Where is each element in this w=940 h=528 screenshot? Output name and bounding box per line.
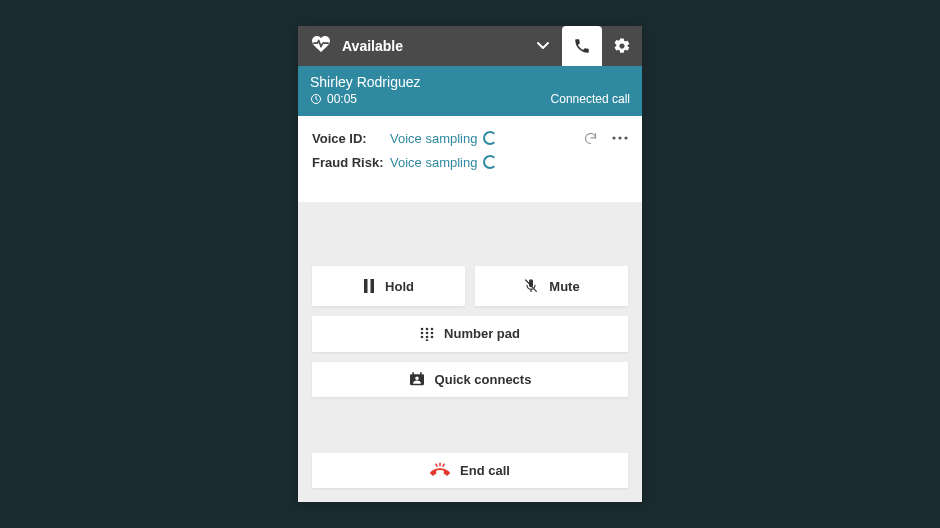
- mute-icon: [523, 278, 539, 294]
- fraud-risk-label: Fraud Risk:: [312, 155, 390, 170]
- status-text: Available: [342, 38, 403, 54]
- hold-label: Hold: [385, 279, 414, 294]
- svg-point-12: [426, 331, 429, 334]
- status-chevron[interactable]: [524, 39, 562, 53]
- voice-id-label: Voice ID:: [312, 131, 390, 146]
- clock-icon: [310, 93, 322, 105]
- gear-icon: [613, 37, 631, 55]
- heartbeat-icon: [310, 35, 332, 57]
- quick-connects-label: Quick connects: [435, 372, 532, 387]
- svg-point-11: [421, 331, 424, 334]
- svg-point-16: [431, 335, 434, 338]
- svg-point-17: [426, 339, 429, 341]
- voice-section: Voice ID: Voice sampling: [298, 116, 642, 202]
- refresh-icon: [583, 131, 598, 146]
- end-call-button[interactable]: End call: [312, 453, 628, 489]
- end-call-icon: [430, 462, 450, 478]
- chevron-down-icon: [536, 39, 550, 53]
- caller-name: Shirley Rodriguez: [310, 74, 421, 90]
- quick-connects-button[interactable]: Quick connects: [312, 362, 628, 398]
- dialpad-icon: [420, 327, 434, 341]
- svg-rect-5: [371, 279, 375, 293]
- ellipsis-icon: [612, 136, 628, 140]
- svg-rect-21: [420, 372, 422, 375]
- phone-icon: [573, 37, 591, 55]
- number-pad-label: Number pad: [444, 326, 520, 341]
- svg-rect-20: [412, 372, 414, 375]
- voice-id-value: Voice sampling: [390, 131, 477, 146]
- svg-point-10: [431, 327, 434, 330]
- mute-button[interactable]: Mute: [475, 266, 628, 306]
- svg-line-22: [436, 464, 437, 466]
- mute-label: Mute: [549, 279, 579, 294]
- caller-bar: Shirley Rodriguez 00:05 Connected call: [298, 66, 642, 116]
- svg-point-19: [415, 377, 418, 380]
- status-dropdown[interactable]: Available: [298, 35, 524, 57]
- svg-point-2: [618, 136, 621, 139]
- svg-rect-4: [364, 279, 368, 293]
- contacts-icon: [409, 372, 425, 386]
- spinner-icon: [483, 131, 497, 145]
- refresh-button[interactable]: [583, 131, 598, 146]
- phone-tab[interactable]: [562, 26, 602, 66]
- more-button[interactable]: [612, 136, 628, 140]
- svg-point-9: [426, 327, 429, 330]
- timer-row: 00:05: [310, 92, 421, 106]
- svg-point-1: [612, 136, 615, 139]
- ccp-panel: Available Shirley Rodriguez: [298, 26, 642, 502]
- svg-point-15: [426, 335, 429, 338]
- svg-line-24: [443, 464, 444, 466]
- hold-button[interactable]: Hold: [312, 266, 465, 306]
- fraud-risk-value: Voice sampling: [390, 155, 477, 170]
- number-pad-button[interactable]: Number pad: [312, 316, 628, 352]
- svg-point-3: [624, 136, 627, 139]
- call-timer: 00:05: [327, 92, 357, 106]
- call-status: Connected call: [551, 92, 630, 106]
- spinner-icon: [483, 155, 497, 169]
- svg-point-8: [421, 327, 424, 330]
- svg-point-14: [421, 335, 424, 338]
- controls-area: Hold Mute Number pad: [298, 202, 642, 502]
- pause-icon: [363, 279, 375, 293]
- topbar: Available: [298, 26, 642, 66]
- settings-tab[interactable]: [602, 26, 642, 66]
- end-call-label: End call: [460, 463, 510, 478]
- svg-point-13: [431, 331, 434, 334]
